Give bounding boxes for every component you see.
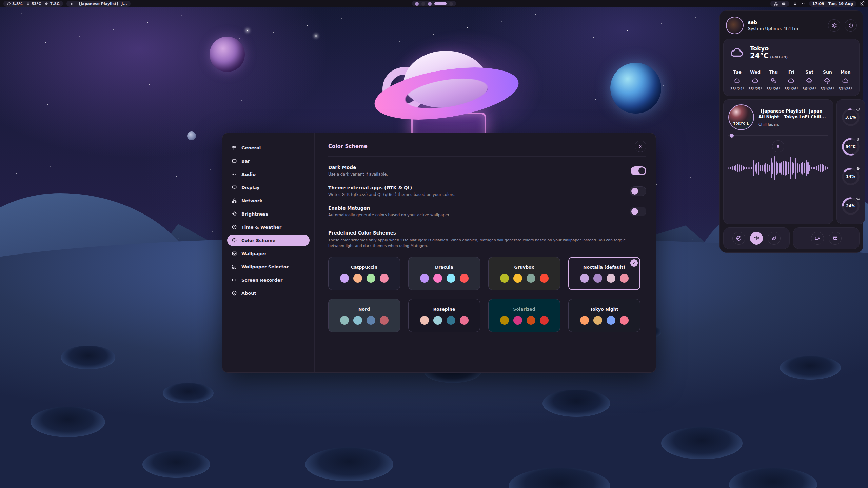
system-stats-pill[interactable]: 3.8%53°C7.8G xyxy=(3,1,63,7)
sidebar-item-screen-recorder[interactable]: Screen Recorder xyxy=(227,274,310,286)
forecast-icon-wrap xyxy=(788,77,795,84)
network-icon xyxy=(774,2,778,6)
star xyxy=(16,173,17,174)
forecast-temps: 35°/26° xyxy=(785,87,798,91)
color-dot xyxy=(340,316,349,325)
star xyxy=(79,36,80,37)
sidebar-item-about[interactable]: About xyxy=(227,287,310,299)
color-dot xyxy=(513,274,522,283)
sidebar-item-general[interactable]: General xyxy=(227,142,310,154)
power-profile-leaf-button[interactable] xyxy=(768,232,781,245)
moon-crater xyxy=(142,451,210,478)
workspace-1[interactable] xyxy=(415,2,419,6)
sidebar-item-wallpaper[interactable]: Wallpaper xyxy=(227,248,310,259)
close-button[interactable] xyxy=(635,141,646,152)
bell-icon[interactable] xyxy=(793,1,797,6)
sidebar-item-network[interactable]: Network xyxy=(227,195,310,206)
selected-badge xyxy=(630,259,638,267)
scheme-card-catppuccin[interactable]: Catppuccin xyxy=(328,257,400,290)
track-progress-bar[interactable] xyxy=(728,135,828,136)
color-dot xyxy=(420,316,429,325)
dark-mode-toggle[interactable] xyxy=(631,166,646,175)
quick-wallpaper-button[interactable] xyxy=(829,232,842,245)
stat-chip: 7.8G xyxy=(44,2,60,6)
moon-crater xyxy=(163,383,214,403)
cloud-icon xyxy=(752,77,759,84)
moon-crater xyxy=(31,407,105,437)
color-dot xyxy=(540,316,549,325)
progress-knob[interactable] xyxy=(730,134,734,138)
scheme-name: Noctalia (default) xyxy=(583,265,625,270)
power-button[interactable] xyxy=(845,19,857,32)
settings-button[interactable] xyxy=(828,19,840,32)
sidebar-item-time-weather[interactable]: Time & Weather xyxy=(227,221,310,233)
scheme-colors xyxy=(340,316,389,325)
divider xyxy=(730,65,853,65)
scheme-card-dracula[interactable]: Dracula xyxy=(408,257,480,290)
gauge-icon-wrap xyxy=(855,106,862,113)
color-dot xyxy=(500,274,509,283)
scheme-colors xyxy=(420,274,469,283)
sidebar-item-brightness[interactable]: Brightness xyxy=(227,208,310,220)
star xyxy=(399,41,400,42)
chip-icon xyxy=(856,167,860,171)
forecast-icon-wrap xyxy=(752,77,759,84)
star xyxy=(309,87,310,87)
workspace-5[interactable] xyxy=(449,2,453,6)
stat-thermometer: 53°C xyxy=(26,2,41,6)
sidebar-item-color-scheme[interactable]: Color Scheme xyxy=(227,235,310,246)
thermometer-icon xyxy=(856,137,860,141)
color-dot xyxy=(340,274,349,283)
quick-actions-card xyxy=(793,227,860,249)
forecast-temps: 33°/26° xyxy=(766,87,780,91)
scheme-card-nord[interactable]: Nord xyxy=(328,299,400,332)
brightness-icon xyxy=(232,211,237,217)
workspace-indicator[interactable] xyxy=(412,1,456,6)
pause-button[interactable] xyxy=(772,140,784,152)
forecast-temps: 35°/25° xyxy=(748,87,762,91)
media-player-card: TOKYO L 【Japanese Playlist】 Japan All Ni… xyxy=(723,99,833,224)
network-icon xyxy=(232,198,237,203)
star xyxy=(176,176,177,177)
forecast-day-label: Sun xyxy=(823,69,832,75)
scheme-card-tokyo-night[interactable]: Tokyo Night xyxy=(568,299,640,332)
weather-temp: 24°C xyxy=(750,52,769,60)
theme-external-apps-gtk-qt-toggle[interactable] xyxy=(630,186,646,196)
gauge-icon xyxy=(7,2,11,6)
star xyxy=(147,22,148,23)
power-profile-gauge-button[interactable] xyxy=(732,232,745,245)
color-dot xyxy=(527,316,535,325)
workspace-3[interactable] xyxy=(428,2,432,6)
clock-pill[interactable]: 17:09 - Tue, 19 Aug xyxy=(809,1,856,7)
star xyxy=(661,23,662,24)
sidebar-item-wallpaper-selector[interactable]: Wallpaper Selector xyxy=(227,261,310,272)
color-dot xyxy=(380,316,389,325)
workspace-4[interactable] xyxy=(434,2,447,5)
power-profile-scales-button[interactable] xyxy=(750,232,763,245)
weather-card: Tokyo 24°C (GMT+9) Tue33°/24°Wed35°/25°T… xyxy=(723,39,860,96)
sidebar-item-bar[interactable]: Bar xyxy=(227,155,310,167)
gear-icon xyxy=(831,23,837,28)
sidebar-item-display[interactable]: Display xyxy=(227,182,310,193)
enable-matugen-toggle[interactable] xyxy=(630,207,646,216)
apps-icon[interactable] xyxy=(860,1,865,6)
scheme-name: Tokyo Night xyxy=(590,307,618,312)
media-pill[interactable]: 【Japanese Playlist】 J... xyxy=(66,1,131,7)
workspace-2[interactable] xyxy=(421,2,425,6)
color-dot xyxy=(367,316,375,325)
scheme-card-noctalia-default[interactable]: Noctalia (default) xyxy=(568,257,640,290)
color-dot xyxy=(433,316,442,325)
avatar xyxy=(726,17,744,34)
sidebar-item-audio[interactable]: Audio xyxy=(227,168,310,180)
volume-icon[interactable] xyxy=(801,1,806,6)
scheme-card-solarized[interactable]: Solarized xyxy=(488,299,560,332)
scheme-card-rosepine[interactable]: Rosepine xyxy=(408,299,480,332)
wallpaper-icon xyxy=(782,2,786,6)
quick-videocam-button[interactable] xyxy=(811,232,824,245)
tray-pill[interactable] xyxy=(770,1,789,7)
color-dot xyxy=(620,316,629,325)
scheme-card-gruvbox[interactable]: Gruvbox xyxy=(488,257,560,290)
color-dot xyxy=(580,274,589,283)
forecast-day-label: Fri xyxy=(788,69,794,75)
moon-crater xyxy=(780,356,841,380)
